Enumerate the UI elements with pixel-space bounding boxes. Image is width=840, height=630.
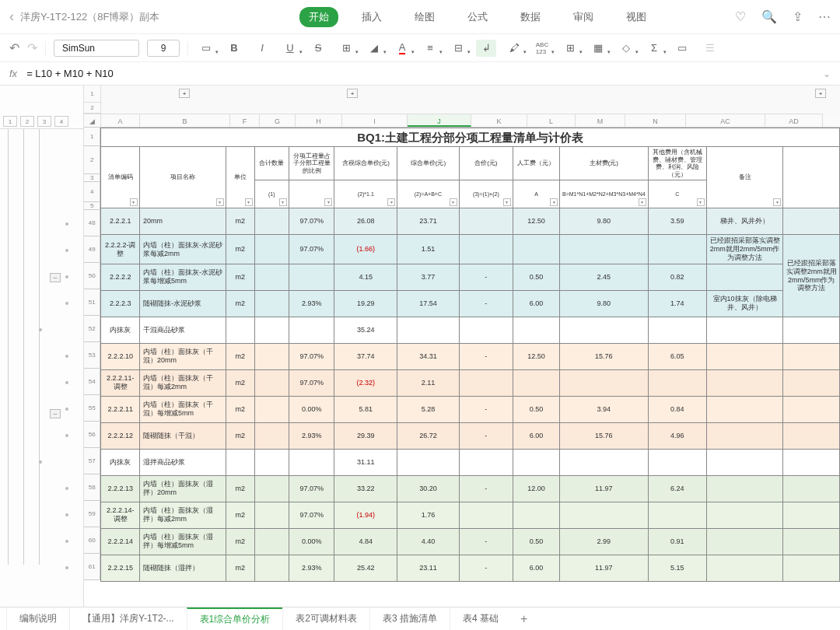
data-cell[interactable] <box>254 235 289 264</box>
data-cell[interactable]: 23.11 <box>397 555 460 581</box>
data-cell[interactable]: 11.97 <box>560 555 649 581</box>
col-header[interactable]: J <box>408 114 471 127</box>
filter-arrow-icon[interactable]: ▾ <box>324 198 332 206</box>
outline-level-1[interactable]: 1 <box>3 116 17 127</box>
select-all-corner[interactable]: ◢ <box>84 114 101 127</box>
data-cell[interactable]: m2 <box>226 475 254 502</box>
data-cell[interactable]: 2.2.2.2 <box>101 264 140 290</box>
data-cell[interactable] <box>226 317 254 343</box>
data-cell[interactable]: 12.50 <box>513 343 559 369</box>
data-cell[interactable]: 1.74 <box>648 290 706 317</box>
data-cell[interactable]: 25.42 <box>334 555 397 581</box>
data-cell[interactable]: 室内10抹灰（除电梯井、风井） <box>706 290 783 317</box>
data-cell[interactable]: 20mm <box>139 208 226 235</box>
data-cell[interactable]: 内抹灰 <box>101 449 140 475</box>
data-cell[interactable]: m2 <box>226 290 254 317</box>
data-cell[interactable]: 2.2.2.14-调整 <box>101 502 140 528</box>
share-icon[interactable]: ⇪ <box>793 9 803 24</box>
data-cell[interactable]: 4.15 <box>334 264 397 290</box>
data-cell[interactable]: 内墙（柱）面抹灰-水泥砂浆每减2mm <box>139 235 226 264</box>
data-cell[interactable]: 2.2.2.13 <box>101 475 140 502</box>
data-cell[interactable] <box>706 528 783 555</box>
data-cell[interactable]: (2.32) <box>334 369 397 396</box>
data-cell[interactable]: 内墙（柱）面抹灰-水泥砂浆每增减5mm <box>139 264 226 290</box>
data-cell[interactable]: m2 <box>226 369 254 396</box>
data-cell[interactable]: m2 <box>226 264 254 290</box>
col-header[interactable]: AD <box>765 114 823 127</box>
data-cell[interactable]: - <box>459 555 513 581</box>
outline-collapse-button[interactable]: – <box>50 273 61 282</box>
data-cell[interactable]: 2.2.2.11-调整 <box>101 369 140 396</box>
data-cell[interactable]: 15.76 <box>560 422 649 449</box>
data-cell[interactable]: 30.20 <box>397 475 460 502</box>
data-cell[interactable]: 5.81 <box>334 396 397 422</box>
menu-start[interactable]: 开始 <box>299 7 338 27</box>
sheet-tab[interactable]: 表4 基础 <box>450 607 511 631</box>
data-cell[interactable] <box>254 264 289 290</box>
data-cell[interactable]: 26.72 <box>397 422 460 449</box>
col-header[interactable]: F <box>230 114 260 127</box>
data-cell[interactable]: 内墙（柱）面抹灰（湿拌）每增减5mm <box>139 528 226 555</box>
data-cell[interactable] <box>560 369 649 396</box>
row-number[interactable]: 59 <box>84 501 100 527</box>
col-collapse-button[interactable]: + <box>815 89 826 98</box>
data-cell[interactable]: 6.24 <box>648 475 706 502</box>
filter-arrow-icon[interactable]: ▾ <box>216 198 224 206</box>
data-cell[interactable]: - <box>459 475 513 502</box>
data-cell[interactable]: 3.94 <box>560 396 649 422</box>
data-cell[interactable]: 12.00 <box>513 475 559 502</box>
data-cell[interactable] <box>783 422 840 449</box>
data-cell[interactable] <box>254 290 289 317</box>
data-cell[interactable]: 0.00% <box>289 528 334 555</box>
data-cell[interactable]: 已经跟招采部落实调整2mm就用2mm/5mm作为调整方法 <box>706 235 783 264</box>
undo-icon[interactable]: ↶ <box>9 40 19 55</box>
sheet-tab[interactable]: 表1综合单价分析 <box>187 607 283 631</box>
menu-review[interactable]: 审阅 <box>564 7 603 27</box>
data-cell[interactable]: 26.08 <box>334 208 397 235</box>
row-number[interactable]: 58 <box>84 474 100 501</box>
data-cell[interactable]: m2 <box>226 235 254 264</box>
data-cell[interactable] <box>560 502 649 528</box>
data-cell[interactable]: 34.31 <box>397 343 460 369</box>
merge-icon[interactable]: ⊟▾ <box>448 40 468 57</box>
data-cell[interactable] <box>706 502 783 528</box>
filter-arrow-icon[interactable]: ▾ <box>503 198 511 206</box>
data-cell[interactable]: 5.15 <box>648 555 706 581</box>
row-number[interactable]: 55 <box>84 395 100 422</box>
col-header[interactable]: L <box>527 114 576 127</box>
data-cell[interactable] <box>706 449 783 475</box>
row-number[interactable]: 51 <box>84 289 100 316</box>
menu-insert[interactable]: 插入 <box>352 7 391 27</box>
row-number[interactable]: 56 <box>84 422 100 448</box>
data-cell[interactable]: 11.97 <box>560 475 649 502</box>
data-cell[interactable] <box>254 449 289 475</box>
menu-view[interactable]: 视图 <box>617 7 656 27</box>
data-cell[interactable]: 0.84 <box>648 396 706 422</box>
filter-arrow-icon[interactable]: ▾ <box>130 198 138 206</box>
data-cell[interactable]: 6.00 <box>513 290 559 317</box>
data-cell[interactable]: 1.76 <box>397 502 460 528</box>
col-collapse-button[interactable]: + <box>179 89 190 98</box>
data-cell[interactable] <box>706 475 783 502</box>
underline-icon[interactable]: U▾ <box>280 40 300 57</box>
outline-collapse-button[interactable]: – <box>50 409 61 418</box>
data-cell[interactable]: 37.74 <box>334 343 397 369</box>
data-cell[interactable] <box>254 369 289 396</box>
data-cell[interactable]: 97.07% <box>289 343 334 369</box>
data-cell[interactable]: - <box>459 422 513 449</box>
more-icon[interactable]: ⋯ <box>818 9 831 24</box>
filter-arrow-icon[interactable]: ▾ <box>773 198 781 206</box>
align-icon[interactable]: ≡▾ <box>420 40 440 57</box>
data-cell[interactable] <box>783 449 840 475</box>
data-cell[interactable]: m2 <box>226 343 254 369</box>
bold-icon[interactable]: B <box>224 40 244 57</box>
data-cell[interactable]: 2.99 <box>560 528 649 555</box>
data-cell[interactable]: - <box>459 290 513 317</box>
data-cell[interactable] <box>397 449 460 475</box>
data-cell[interactable]: 0.82 <box>648 264 706 290</box>
data-cell[interactable] <box>254 422 289 449</box>
row-number[interactable]: 57 <box>84 448 100 474</box>
size-select[interactable]: 9 <box>147 40 180 57</box>
data-cell[interactable] <box>783 475 840 502</box>
data-cell[interactable] <box>254 528 289 555</box>
